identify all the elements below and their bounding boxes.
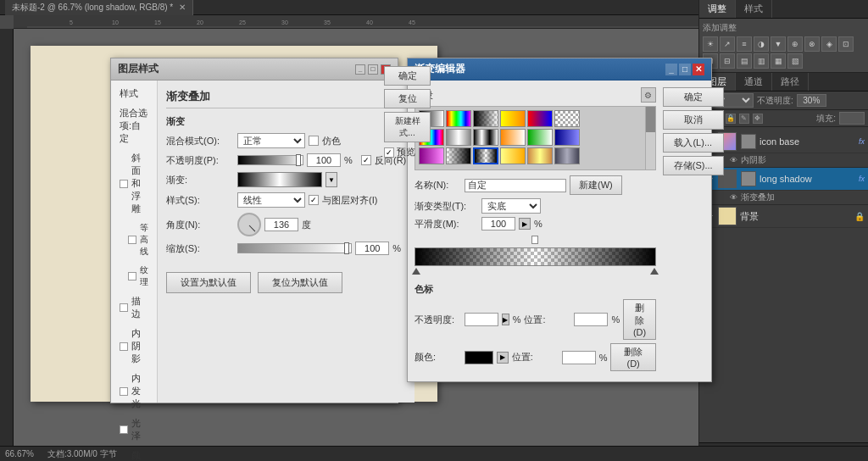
ge-cancel-btn[interactable]: 取消 xyxy=(663,110,724,130)
nav-bevel[interactable]: 斜面和浮雕 xyxy=(111,148,157,219)
layer-row-icon-base[interactable]: 👁 icon base fx xyxy=(699,131,868,153)
nav-satin-check[interactable] xyxy=(120,425,128,434)
preview-checkbox[interactable]: ✓ xyxy=(384,147,394,158)
nav-inner-shadow-check[interactable] xyxy=(120,342,128,351)
levels-btn[interactable]: ≡ xyxy=(737,36,752,52)
ge-presets-scrollbar[interactable] xyxy=(645,107,655,169)
ls-cancel-btn[interactable]: 复位 xyxy=(384,89,431,108)
nav-stroke-check[interactable] xyxy=(120,303,128,312)
preset-green[interactable] xyxy=(527,129,553,146)
effect-eye[interactable]: 👁 xyxy=(730,156,737,164)
blend-mode-dropdown[interactable]: 正常 xyxy=(237,133,305,148)
angle-input[interactable] xyxy=(264,218,298,231)
exposure-btn[interactable]: ◑ xyxy=(754,36,769,52)
layer-row-background[interactable]: 👁 背景 🔒 xyxy=(699,205,868,228)
ls-new-style-btn[interactable]: 新建样式... xyxy=(384,112,431,142)
nav-blending[interactable]: 混合选项:自定 xyxy=(111,103,157,148)
document-tab[interactable]: 未标题-2 @ 66.7% (long shadow, RGB/8) * ✕ xyxy=(5,0,193,15)
ls-ok-btn[interactable]: 确定 xyxy=(384,66,431,86)
nav-styles[interactable]: 样式 xyxy=(111,84,157,103)
nav-texture-check[interactable] xyxy=(128,272,136,280)
lock-image-btn[interactable]: ✎ xyxy=(739,114,749,124)
ge-type-select[interactable]: 实底 xyxy=(481,198,541,214)
minimize-btn[interactable]: _ xyxy=(355,64,365,75)
curves-btn[interactable]: ↗ xyxy=(720,36,735,52)
scale-slider-thumb[interactable] xyxy=(344,242,349,254)
preset-rainbow[interactable] xyxy=(446,110,471,127)
set-default-btn[interactable]: 设置为默认值 xyxy=(166,272,251,293)
ge-opacity-stop-input[interactable] xyxy=(465,313,498,326)
preset-yellow[interactable] xyxy=(500,147,526,164)
nav-stroke[interactable]: 描边 xyxy=(111,292,157,324)
ge-minimize-btn[interactable]: _ xyxy=(665,64,677,75)
nav-inner-glow-check[interactable] xyxy=(120,387,128,396)
ge-color-pos-input[interactable] xyxy=(562,351,596,364)
ge-maximize-btn[interactable]: □ xyxy=(679,64,691,75)
nav-inner-glow[interactable]: 内发光 xyxy=(111,369,157,414)
lock-all-btn[interactable]: 🔒 xyxy=(726,114,736,124)
hue-btn[interactable]: ⊕ xyxy=(787,36,803,52)
opacity-input[interactable] xyxy=(797,94,826,107)
effect-eye-gradient[interactable]: 👁 xyxy=(730,193,737,202)
ge-color-arrow[interactable]: ▶ xyxy=(497,352,508,364)
opacity-slider[interactable] xyxy=(237,155,303,165)
opacity-value-input[interactable] xyxy=(307,153,341,167)
preset-black-trans[interactable] xyxy=(473,110,498,127)
nav-texture[interactable]: 纹理 xyxy=(111,261,157,292)
ge-color-stop-right[interactable] xyxy=(650,268,659,275)
lock-move-btn[interactable]: ✥ xyxy=(753,114,763,124)
select-color-btn[interactable]: ▧ xyxy=(787,53,803,69)
preset-blue[interactable] xyxy=(554,129,580,146)
simulate-checkbox[interactable] xyxy=(309,136,319,146)
ge-color-stop-left[interactable] xyxy=(412,268,420,275)
preset-custom[interactable] xyxy=(473,147,498,164)
gradient-map-btn[interactable]: ▦ xyxy=(771,53,786,69)
colorbalance-btn[interactable]: ⊗ xyxy=(804,36,820,52)
ge-opacity-delete-btn[interactable]: 删除(D) xyxy=(623,299,656,340)
ge-new-btn[interactable]: 新建(W) xyxy=(570,175,622,195)
ge-gear-btn[interactable]: ⚙ xyxy=(641,87,656,103)
preset-color2[interactable] xyxy=(500,110,526,127)
tab-channels[interactable]: 通道 xyxy=(736,73,772,91)
vibrance-btn[interactable]: ▼ xyxy=(771,36,786,52)
invert-btn[interactable]: ⊟ xyxy=(720,53,735,69)
preset-copper[interactable] xyxy=(527,147,553,164)
brightness-btn[interactable]: ☀ xyxy=(703,36,718,52)
reset-default-btn[interactable]: 复位为默认值 xyxy=(258,272,342,293)
preset-chrome[interactable] xyxy=(473,129,498,146)
bw-btn[interactable]: ◈ xyxy=(821,36,837,52)
style-dropdown[interactable]: 线性 xyxy=(237,192,305,208)
ge-opacity-stop-center[interactable] xyxy=(531,236,538,244)
ge-smoothness-arrow[interactable]: ▶ xyxy=(519,218,531,230)
layer-row-long-shadow[interactable]: 👁 long shadow fx xyxy=(699,168,868,191)
ge-opacity-pos-input[interactable] xyxy=(574,313,608,326)
preset-checkerboard[interactable] xyxy=(554,110,580,127)
reverse-checkbox[interactable]: ✓ xyxy=(361,155,371,165)
preset-metal[interactable] xyxy=(446,129,471,146)
tab-styles[interactable]: 样式 xyxy=(736,0,772,18)
nav-contour-check[interactable] xyxy=(128,236,136,244)
nav-bevel-check[interactable] xyxy=(120,180,128,188)
ge-scroll-thumb[interactable] xyxy=(646,107,655,132)
angle-wheel[interactable] xyxy=(237,213,261,236)
tab-paths[interactable]: 路径 xyxy=(772,73,809,91)
gradient-preview-btn[interactable] xyxy=(237,172,322,187)
fill-input[interactable] xyxy=(839,112,865,125)
nav-satin[interactable]: 光泽 xyxy=(111,414,157,446)
ge-color-delete-btn[interactable]: 删除(D) xyxy=(610,343,655,371)
ge-save-btn[interactable]: 存储(S)... xyxy=(663,156,724,175)
tab-close[interactable]: ✕ xyxy=(179,3,186,12)
photo-btn[interactable]: ⊡ xyxy=(838,36,854,52)
nav-inner-shadow[interactable]: 内阴影 xyxy=(111,324,157,369)
preset-color3[interactable] xyxy=(527,110,553,127)
scale-input[interactable] xyxy=(355,242,389,255)
preset-steel[interactable] xyxy=(554,147,580,164)
ge-close-btn[interactable]: ✕ xyxy=(693,64,704,75)
preset-trans1[interactable] xyxy=(446,147,471,164)
scale-slider[interactable] xyxy=(237,243,352,253)
tab-adjustments[interactable]: 调整 xyxy=(699,0,736,18)
align-checkbox[interactable]: ✓ xyxy=(309,195,319,205)
ge-name-input[interactable] xyxy=(465,179,566,192)
ge-color-swatch[interactable] xyxy=(465,351,493,364)
nav-contour[interactable]: 等高线 xyxy=(111,219,157,261)
